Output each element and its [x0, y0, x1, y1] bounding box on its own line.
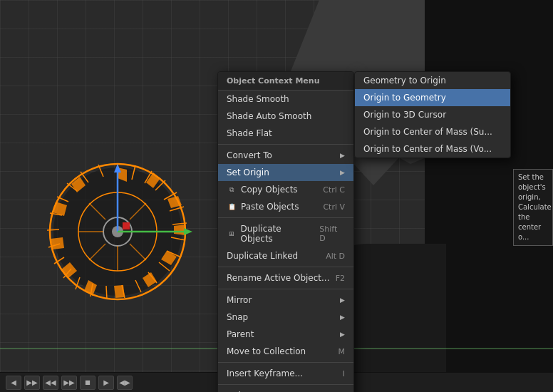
svg-marker-41: [184, 228, 192, 235]
toolbar-btn-5[interactable]: ⏹: [80, 376, 95, 390]
menu-item-shade-auto-smooth[interactable]: Shade Auto Smooth: [218, 108, 353, 125]
submenu-item-origin-center-mass-surface[interactable]: Origin to Center of Mass (Su...: [355, 123, 510, 140]
separator-6: [218, 384, 353, 385]
viewport: Object Context Menu Shade Smooth Shade A…: [0, 0, 553, 392]
toolbar-btn-4[interactable]: ▶▶: [61, 376, 77, 390]
menu-item-duplicate-linked[interactable]: Duplicate Linked Alt D: [218, 247, 353, 264]
menu-item-rename[interactable]: Rename Active Object... F2: [218, 269, 353, 287]
submenu-item-origin-to-3d-cursor[interactable]: Origin to 3D Cursor: [355, 106, 510, 123]
separator-2: [218, 217, 353, 218]
submenu-item-origin-center-mass-volume[interactable]: Origin to Center of Mass (Vo...: [355, 140, 510, 158]
menu-item-copy-objects[interactable]: ⧉ Copy Objects Ctrl C: [218, 181, 353, 198]
separator-3: [218, 267, 353, 267]
separator-1: [218, 144, 353, 145]
svg-line-15: [106, 286, 107, 299]
toolbar-btn-1[interactable]: ◀: [6, 376, 21, 390]
menu-item-duplicate-objects[interactable]: ⊞ Duplicate Objects Shift D: [218, 220, 353, 247]
menu-item-convert-to[interactable]: Convert To: [218, 147, 353, 164]
copy-icon: ⧉: [227, 185, 237, 195]
toolbar-btn-3[interactable]: ◀◀: [43, 376, 58, 390]
menu-item-insert-keyframe[interactable]: Insert Keyframe... I: [218, 365, 353, 382]
tooltip: Set the object's origin, Calculate the c…: [513, 169, 553, 246]
gear-object: [43, 157, 192, 306]
svg-line-21: [47, 229, 59, 230]
set-origin-submenu: Geometry to Origin Origin to Geometry Or…: [354, 71, 511, 158]
duplicate-icon: ⊞: [227, 229, 237, 239]
menu-item-snap[interactable]: Snap: [218, 309, 353, 326]
context-menu-title: Object Context Menu: [218, 72, 353, 91]
menu-item-move-to-collection[interactable]: Move to Collection M: [218, 343, 353, 360]
svg-rect-42: [123, 222, 130, 229]
submenu-item-origin-to-geometry[interactable]: Origin to Geometry: [355, 89, 510, 106]
separator-4: [218, 289, 353, 289]
menu-item-parent[interactable]: Parent: [218, 326, 353, 343]
toolbar-btn-6[interactable]: ▶: [98, 376, 114, 390]
menu-item-paste-objects[interactable]: 📋 Paste Objects Ctrl V: [218, 198, 353, 215]
menu-item-shade-smooth[interactable]: Shade Smooth: [218, 91, 353, 108]
toolbar-btn-2[interactable]: ▶▶: [24, 376, 40, 390]
submenu-item-geometry-to-origin[interactable]: Geometry to Origin: [355, 72, 510, 89]
toolbar-btn-7[interactable]: ◀▶: [117, 376, 133, 390]
paste-icon: 📋: [227, 202, 237, 212]
menu-item-mirror[interactable]: Mirror: [218, 292, 353, 309]
menu-item-shade-flat[interactable]: Shade Flat: [218, 125, 353, 142]
separator-5: [218, 362, 353, 363]
context-menu: Object Context Menu Shade Smooth Shade A…: [217, 71, 354, 392]
menu-item-set-origin[interactable]: Set Origin: [218, 164, 353, 181]
menu-item-delete[interactable]: Delete X: [218, 387, 353, 392]
